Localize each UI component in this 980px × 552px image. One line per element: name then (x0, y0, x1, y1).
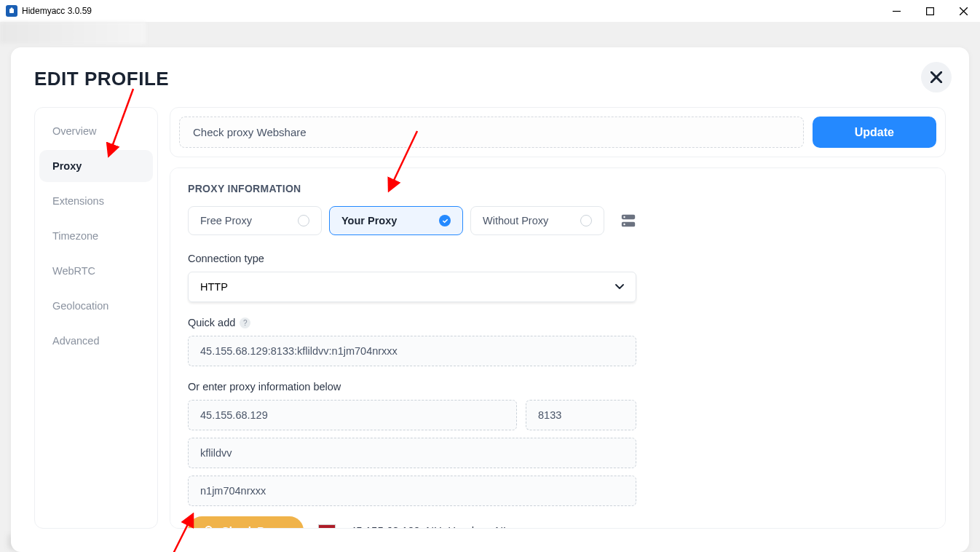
proxy-username-input[interactable] (188, 438, 636, 468)
sidebar-item-extensions[interactable]: Extensions (39, 185, 153, 217)
radio-unchecked-icon (580, 215, 592, 226)
sidebar-item-geolocation[interactable]: Geolocation (39, 290, 153, 322)
radio-label: Your Proxy (341, 215, 397, 226)
svg-rect-1 (11, 8, 13, 9)
sidebar-item-advanced[interactable]: Advanced (39, 325, 153, 357)
sidebar-item-proxy[interactable]: Proxy (39, 150, 153, 182)
proxy-password-input[interactable] (188, 476, 636, 506)
proxy-section-title: PROXY INFORMATION (188, 183, 928, 194)
svg-rect-0 (9, 9, 14, 13)
sidebar-item-timezone[interactable]: Timezone (39, 220, 153, 252)
radio-label: Free Proxy (200, 215, 252, 226)
background-blur (0, 22, 146, 44)
radio-free-proxy[interactable]: Free Proxy (188, 206, 322, 235)
profile-name-input[interactable] (179, 117, 804, 148)
titlebar: Hidemyacc 3.0.59 (0, 0, 980, 22)
radio-your-proxy[interactable]: Your Proxy (329, 206, 463, 235)
top-bar: Update (170, 107, 946, 157)
enter-below-label: Or enter proxy information below (188, 381, 928, 393)
proxy-host-input[interactable] (188, 400, 517, 430)
connection-type-label: Connection type (188, 253, 928, 264)
svg-point-10 (623, 216, 625, 218)
sidebar-item-webrtc[interactable]: WebRTC (39, 255, 153, 287)
help-icon[interactable]: ? (240, 318, 250, 328)
radio-label: Without Proxy (483, 215, 548, 226)
modal-title: EDIT PROFILE (34, 68, 169, 90)
check-proxy-label: Check Proxy (221, 524, 288, 529)
update-button[interactable]: Update (813, 117, 936, 148)
select-value: HTTP (200, 281, 228, 293)
svg-point-11 (623, 224, 625, 225)
window-close-button[interactable] (947, 0, 980, 22)
sidebar-nav: Overview Proxy Extensions Timezone WebRT… (34, 107, 158, 529)
app-title: Hidemyacc 3.0.59 (22, 6, 92, 16)
flag-nl-icon (318, 524, 336, 529)
maximize-button[interactable] (913, 0, 947, 22)
window-controls (880, 0, 980, 22)
edit-profile-modal: EDIT PROFILE Overview Proxy Extensions T… (11, 47, 969, 552)
app-icon (6, 5, 17, 17)
proxy-panel: PROXY INFORMATION Free Proxy Your Proxy (170, 167, 946, 529)
connection-type-select[interactable]: HTTP (188, 272, 636, 302)
radio-without-proxy[interactable]: Without Proxy (470, 206, 604, 235)
quick-add-input[interactable] (188, 336, 636, 366)
radio-unchecked-icon (298, 215, 309, 226)
proxy-port-input[interactable] (526, 400, 636, 430)
close-icon (930, 71, 942, 83)
sidebar-item-overview[interactable]: Overview (39, 115, 153, 147)
close-modal-button[interactable] (921, 62, 952, 92)
proxy-result-text: 45.155.68.129, NH, Haarlem, NL (350, 524, 509, 529)
proxy-list-icon[interactable] (620, 213, 636, 229)
check-proxy-button[interactable]: Check Proxy (188, 516, 304, 529)
quick-add-label: Quick add (188, 317, 235, 328)
magnify-icon (204, 525, 216, 529)
radio-checked-icon (439, 215, 451, 226)
minimize-button[interactable] (880, 0, 913, 22)
chevron-down-icon (615, 284, 624, 290)
svg-rect-3 (926, 7, 933, 15)
